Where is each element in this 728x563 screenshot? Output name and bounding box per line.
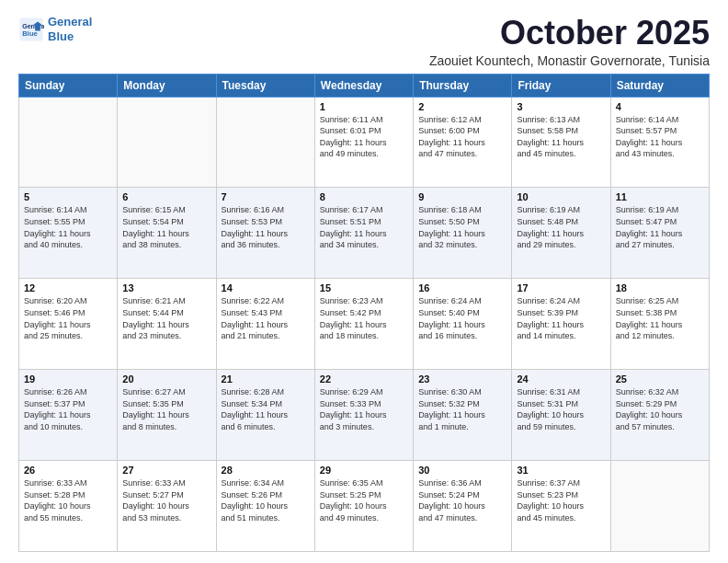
table-row: 23Sunrise: 6:30 AM Sunset: 5:32 PM Dayli… [414, 370, 512, 461]
day-info: Sunrise: 6:31 AM Sunset: 5:31 PM Dayligh… [517, 386, 605, 432]
day-info: Sunrise: 6:24 AM Sunset: 5:39 PM Dayligh… [517, 295, 605, 341]
day-number: 18 [616, 282, 704, 293]
day-number: 23 [418, 373, 506, 385]
day-number: 27 [122, 465, 210, 476]
day-number: 25 [616, 373, 704, 385]
day-info: Sunrise: 6:21 AM Sunset: 5:44 PM Dayligh… [122, 295, 210, 341]
day-info: Sunrise: 6:22 AM Sunset: 5:43 PM Dayligh… [222, 295, 310, 341]
header: General Blue GeneralBlue October 2025 Za… [18, 15, 710, 68]
day-number: 28 [222, 465, 310, 476]
table-row: 21Sunrise: 6:28 AM Sunset: 5:34 PM Dayli… [216, 370, 314, 461]
header-saturday: Saturday [610, 74, 709, 97]
day-number: 29 [320, 465, 408, 476]
day-info: Sunrise: 6:14 AM Sunset: 5:55 PM Dayligh… [24, 204, 112, 250]
table-row: 25Sunrise: 6:32 AM Sunset: 5:29 PM Dayli… [610, 370, 709, 461]
table-row: 13Sunrise: 6:21 AM Sunset: 5:44 PM Dayli… [118, 279, 216, 370]
header-monday: Monday [118, 74, 216, 97]
month-title: October 2025 [429, 15, 710, 52]
day-number: 5 [24, 191, 112, 202]
location: Zaouiet Kountech, Monastir Governorate, … [429, 53, 710, 68]
day-info: Sunrise: 6:32 AM Sunset: 5:29 PM Dayligh… [616, 386, 704, 432]
calendar-header-row: Sunday Monday Tuesday Wednesday Thursday… [19, 74, 710, 97]
day-number: 17 [517, 282, 605, 293]
table-row: 9Sunrise: 6:18 AM Sunset: 5:50 PM Daylig… [414, 188, 512, 279]
table-row: 27Sunrise: 6:33 AM Sunset: 5:27 PM Dayli… [118, 461, 216, 552]
table-row: 10Sunrise: 6:19 AM Sunset: 5:48 PM Dayli… [512, 188, 610, 279]
table-row: 7Sunrise: 6:16 AM Sunset: 5:53 PM Daylig… [216, 188, 314, 279]
table-row: 15Sunrise: 6:23 AM Sunset: 5:42 PM Dayli… [314, 279, 413, 370]
table-row: 3Sunrise: 6:13 AM Sunset: 5:58 PM Daylig… [512, 97, 610, 188]
day-number: 7 [222, 191, 310, 202]
table-row: 30Sunrise: 6:36 AM Sunset: 5:24 PM Dayli… [414, 461, 512, 552]
day-info: Sunrise: 6:27 AM Sunset: 5:35 PM Dayligh… [122, 386, 210, 432]
day-info: Sunrise: 6:33 AM Sunset: 5:28 PM Dayligh… [24, 477, 112, 523]
day-number: 8 [320, 191, 408, 202]
svg-text:General: General [22, 22, 44, 29]
day-info: Sunrise: 6:37 AM Sunset: 5:23 PM Dayligh… [517, 477, 605, 523]
day-info: Sunrise: 6:11 AM Sunset: 6:01 PM Dayligh… [320, 114, 408, 160]
table-row: 14Sunrise: 6:22 AM Sunset: 5:43 PM Dayli… [216, 279, 314, 370]
header-wednesday: Wednesday [314, 74, 413, 97]
day-number: 31 [517, 465, 605, 476]
day-number: 12 [24, 282, 112, 293]
table-row: 24Sunrise: 6:31 AM Sunset: 5:31 PM Dayli… [512, 370, 610, 461]
day-info: Sunrise: 6:20 AM Sunset: 5:46 PM Dayligh… [24, 295, 112, 341]
table-row: 12Sunrise: 6:20 AM Sunset: 5:46 PM Dayli… [19, 279, 118, 370]
day-number: 4 [616, 101, 704, 112]
day-number: 1 [320, 101, 408, 112]
table-row: 8Sunrise: 6:17 AM Sunset: 5:51 PM Daylig… [314, 188, 413, 279]
day-info: Sunrise: 6:36 AM Sunset: 5:24 PM Dayligh… [418, 477, 506, 523]
calendar-table: Sunday Monday Tuesday Wednesday Thursday… [18, 74, 710, 552]
calendar-week-row: 26Sunrise: 6:33 AM Sunset: 5:28 PM Dayli… [19, 461, 710, 552]
day-number: 26 [24, 465, 112, 476]
day-info: Sunrise: 6:29 AM Sunset: 5:33 PM Dayligh… [320, 386, 408, 432]
logo-icon: General Blue [18, 17, 44, 42]
day-number: 10 [517, 191, 605, 202]
calendar-week-row: 1Sunrise: 6:11 AM Sunset: 6:01 PM Daylig… [19, 97, 710, 188]
day-number: 24 [517, 373, 605, 385]
day-info: Sunrise: 6:34 AM Sunset: 5:26 PM Dayligh… [222, 477, 310, 523]
logo-text: GeneralBlue [48, 15, 92, 43]
day-info: Sunrise: 6:24 AM Sunset: 5:40 PM Dayligh… [418, 295, 506, 341]
table-row: 31Sunrise: 6:37 AM Sunset: 5:23 PM Dayli… [512, 461, 610, 552]
day-number: 16 [418, 282, 506, 293]
day-number: 20 [122, 373, 210, 385]
header-sunday: Sunday [19, 74, 118, 97]
day-info: Sunrise: 6:17 AM Sunset: 5:51 PM Dayligh… [320, 204, 408, 250]
table-row [118, 97, 216, 188]
day-number: 6 [122, 191, 210, 202]
table-row: 4Sunrise: 6:14 AM Sunset: 5:57 PM Daylig… [610, 97, 709, 188]
header-friday: Friday [512, 74, 610, 97]
table-row: 11Sunrise: 6:19 AM Sunset: 5:47 PM Dayli… [610, 188, 709, 279]
table-row: 16Sunrise: 6:24 AM Sunset: 5:40 PM Dayli… [414, 279, 512, 370]
day-number: 13 [122, 282, 210, 293]
table-row: 18Sunrise: 6:25 AM Sunset: 5:38 PM Dayli… [610, 279, 709, 370]
day-number: 30 [418, 465, 506, 476]
day-info: Sunrise: 6:13 AM Sunset: 5:58 PM Dayligh… [517, 114, 605, 160]
day-info: Sunrise: 6:19 AM Sunset: 5:47 PM Dayligh… [616, 204, 704, 250]
day-number: 15 [320, 282, 408, 293]
day-number: 21 [222, 373, 310, 385]
day-number: 22 [320, 373, 408, 385]
table-row [610, 461, 709, 552]
day-number: 3 [517, 101, 605, 112]
table-row: 29Sunrise: 6:35 AM Sunset: 5:25 PM Dayli… [314, 461, 413, 552]
day-info: Sunrise: 6:23 AM Sunset: 5:42 PM Dayligh… [320, 295, 408, 341]
logo: General Blue GeneralBlue [18, 15, 92, 43]
day-number: 9 [418, 191, 506, 202]
table-row: 22Sunrise: 6:29 AM Sunset: 5:33 PM Dayli… [314, 370, 413, 461]
page: General Blue GeneralBlue October 2025 Za… [0, 0, 728, 563]
header-tuesday: Tuesday [216, 74, 314, 97]
table-row: 20Sunrise: 6:27 AM Sunset: 5:35 PM Dayli… [118, 370, 216, 461]
day-info: Sunrise: 6:26 AM Sunset: 5:37 PM Dayligh… [24, 386, 112, 432]
table-row: 6Sunrise: 6:15 AM Sunset: 5:54 PM Daylig… [118, 188, 216, 279]
table-row: 2Sunrise: 6:12 AM Sunset: 6:00 PM Daylig… [414, 97, 512, 188]
day-info: Sunrise: 6:35 AM Sunset: 5:25 PM Dayligh… [320, 477, 408, 523]
day-info: Sunrise: 6:16 AM Sunset: 5:53 PM Dayligh… [222, 204, 310, 250]
day-number: 2 [418, 101, 506, 112]
day-info: Sunrise: 6:33 AM Sunset: 5:27 PM Dayligh… [122, 477, 210, 523]
day-info: Sunrise: 6:15 AM Sunset: 5:54 PM Dayligh… [122, 204, 210, 250]
table-row: 1Sunrise: 6:11 AM Sunset: 6:01 PM Daylig… [314, 97, 413, 188]
day-number: 11 [616, 191, 704, 202]
title-section: October 2025 Zaouiet Kountech, Monastir … [429, 15, 710, 68]
